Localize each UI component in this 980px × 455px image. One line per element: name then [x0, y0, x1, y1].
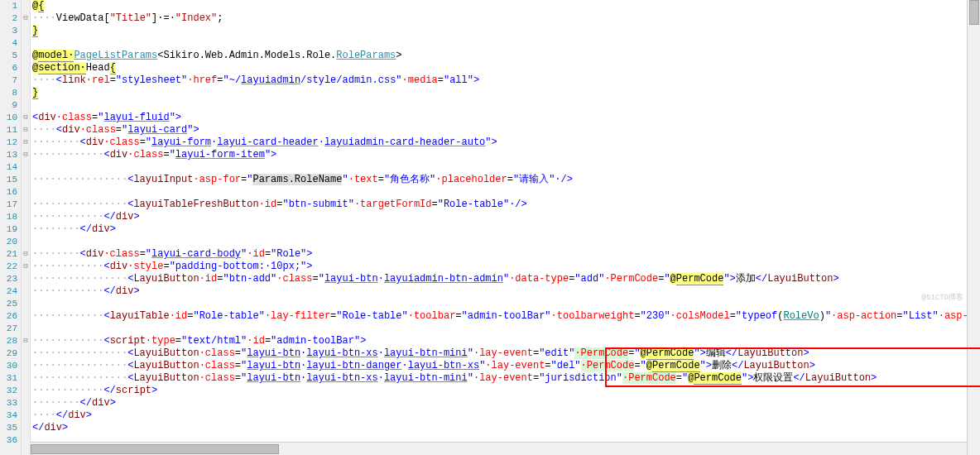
horizontal-scrollbar[interactable] — [31, 442, 967, 455]
scrollbar-thumb[interactable] — [969, 0, 979, 25]
code-editor[interactable]: @{ ····ViewData["Title"]·=·"Index"; } @m… — [31, 0, 980, 455]
watermark: @51CTO博客 — [922, 292, 963, 303]
fold-gutter[interactable]: ⊟⊟⊟⊟⊟⊟⊟⊟ — [22, 0, 31, 455]
scrollbar-thumb[interactable] — [31, 444, 279, 454]
line-number-gutter: 1234567891011121314151617181920212223242… — [0, 0, 22, 455]
vertical-scrollbar[interactable] — [967, 0, 980, 455]
